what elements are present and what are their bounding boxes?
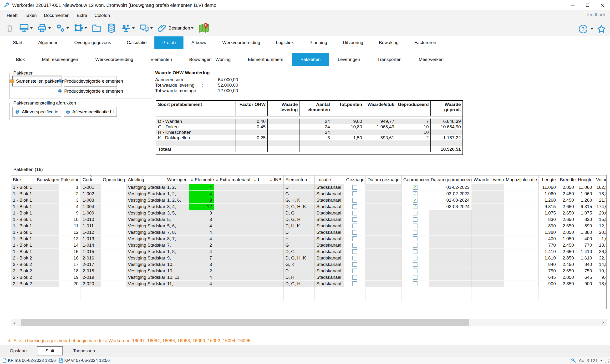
grid-col-header-waarde-levering[interactable]: Waarde levering bbox=[472, 175, 504, 184]
grid-col-header-elementen[interactable]: Elementen bbox=[283, 175, 314, 184]
cell-geproduceerd[interactable]: ✓ bbox=[401, 184, 429, 190]
geproduceerd-checkbox-checked[interactable]: ✓ bbox=[413, 198, 418, 203]
grid-row[interactable]: 1 - Blok 1131-013Vestiging Stadskanaal8,… bbox=[11, 235, 607, 242]
gezaagd-checkbox-unchecked[interactable] bbox=[352, 230, 357, 235]
cell-gezaagd[interactable] bbox=[344, 235, 366, 242]
geproduceerd-checkbox-unchecked[interactable] bbox=[413, 262, 418, 267]
cell-gezaagd[interactable] bbox=[344, 229, 366, 235]
gezaagd-checkbox-unchecked[interactable] bbox=[352, 198, 357, 203]
grid-col-header-volume[interactable]: Volume bbox=[594, 175, 607, 184]
geproduceerd-checkbox-checked[interactable]: ✓ bbox=[413, 204, 418, 209]
tab-start[interactable]: Start bbox=[5, 36, 30, 49]
cell-gezaagd[interactable] bbox=[344, 184, 366, 190]
grid-col-header-elementen[interactable]: # Elementen bbox=[189, 175, 214, 184]
tab-planning[interactable]: Planning bbox=[302, 36, 335, 49]
geproduceerd-checkbox-unchecked[interactable] bbox=[413, 236, 418, 241]
gezaagd-checkbox-unchecked[interactable] bbox=[352, 269, 357, 273]
grid-col-header-woningen[interactable]: Woningen bbox=[165, 175, 189, 184]
feedback-link[interactable]: feedback bbox=[587, 12, 606, 17]
cell-gezaagd[interactable] bbox=[344, 268, 366, 274]
grid-col-header-breedte[interactable]: Breedte bbox=[558, 175, 576, 184]
tab-mal-reserveringen[interactable]: Mal reserveringen bbox=[33, 53, 87, 66]
grid-row[interactable]: 2 - Blok 2172-017Vestiging Stadskanaal10… bbox=[11, 261, 607, 268]
menu-item-documenten[interactable]: Documenten bbox=[40, 13, 73, 18]
sluit-button[interactable]: Sluit bbox=[37, 346, 63, 355]
tab-calculatie[interactable]: Calculatie bbox=[119, 36, 154, 49]
cell-geproduceerd[interactable] bbox=[401, 248, 429, 255]
cell-geproduceerd[interactable] bbox=[401, 268, 429, 274]
grid-col-header-code[interactable]: Code^ bbox=[81, 175, 101, 184]
menu-item-extra[interactable]: Extra bbox=[73, 13, 91, 18]
grid-row[interactable]: 1 - Blok 1121-012Vestiging Stadskanaal7,… bbox=[11, 229, 607, 235]
bestanden-dropdown-caret[interactable] bbox=[191, 27, 193, 29]
grid-col-header-afdeling[interactable]: Afdeling bbox=[126, 175, 165, 184]
tab-elementnummers[interactable]: Elementnummers bbox=[239, 53, 292, 66]
tab-werkvoorbereiding[interactable]: Werkvoorbereiding bbox=[215, 36, 268, 49]
cell-gezaagd[interactable] bbox=[344, 280, 366, 287]
grid-col-header-locatie[interactable]: Locatie bbox=[314, 175, 344, 184]
gezaagd-checkbox-unchecked[interactable] bbox=[352, 185, 357, 190]
cell-geproduceerd[interactable] bbox=[401, 210, 429, 216]
cell-gezaagd[interactable] bbox=[344, 197, 366, 203]
cell-geproduceerd[interactable]: ✓ bbox=[401, 197, 429, 203]
grid-row[interactable]: 1 - Blok 1111-011Vestiging Stadskanaal5,… bbox=[11, 222, 607, 229]
scroll-left-arrow[interactable]: ‹ bbox=[11, 319, 18, 326]
productievolgorde-elementen-button-2[interactable]: Productievolgorde elementen bbox=[64, 86, 117, 96]
tab-bewaking[interactable]: Bewaking bbox=[371, 36, 406, 49]
menu-item-colofon[interactable]: Colofon bbox=[91, 13, 114, 18]
grid-row[interactable]: 2 - Blok 2162-016Vestiging Stadskanaal9,… bbox=[11, 255, 607, 261]
grid-row[interactable]: 1 - Blok 121-002Vestiging Stadskanaal1, … bbox=[11, 190, 607, 197]
print-button[interactable] bbox=[36, 22, 52, 34]
tab-algemeen[interactable]: Algemeen bbox=[30, 36, 67, 49]
scrollbar-track[interactable] bbox=[18, 319, 599, 326]
gezaagd-checkbox-unchecked[interactable] bbox=[352, 211, 357, 215]
horizontal-scrollbar[interactable]: ‹ › bbox=[11, 319, 607, 326]
delete-button[interactable] bbox=[4, 23, 16, 33]
tab-blok[interactable]: Blok bbox=[7, 53, 33, 66]
grid-row[interactable]: 1 - Blok 1141-014Vestiging Stadskanaal7,… bbox=[11, 242, 607, 248]
settings-dropdown-caret[interactable] bbox=[67, 27, 69, 29]
cell-gezaagd[interactable] bbox=[344, 242, 366, 248]
geproduceerd-checkbox-unchecked[interactable] bbox=[413, 230, 418, 235]
grid-col-header-magazijnlocatie[interactable]: Magazijnlocatie bbox=[504, 175, 538, 184]
cell-gezaagd[interactable] bbox=[344, 216, 366, 222]
grid-col-header-geproduceerd[interactable]: Geproduceerd bbox=[401, 175, 429, 184]
gezaagd-checkbox-unchecked[interactable] bbox=[352, 204, 357, 209]
geproduceerd-checkbox-unchecked[interactable] bbox=[413, 243, 418, 247]
cell-geproduceerd[interactable] bbox=[401, 274, 429, 280]
status-link-created[interactable]: KP ma 06-02-2023 13:56 bbox=[3, 358, 56, 363]
grid-col-header-lengte[interactable]: Lengte bbox=[538, 175, 558, 184]
tab-leveringen[interactable]: Leveringen bbox=[329, 53, 369, 66]
grid-col-header-extra-materiaal[interactable]: # Extra materiaal bbox=[214, 175, 252, 184]
geproduceerd-checkbox-unchecked[interactable] bbox=[413, 269, 418, 273]
folder-button[interactable] bbox=[90, 22, 103, 34]
tab-meerwerken[interactable]: Meerwerken bbox=[410, 53, 452, 66]
diagram-dropdown-caret[interactable] bbox=[85, 27, 87, 29]
cell-gezaagd[interactable] bbox=[344, 255, 366, 261]
gezaagd-checkbox-unchecked[interactable] bbox=[352, 223, 357, 228]
grid-col-header-inb[interactable]: # INB bbox=[268, 175, 283, 184]
cell-gezaagd[interactable] bbox=[344, 203, 366, 210]
settings-button[interactable] bbox=[54, 22, 70, 34]
tab-pakketten[interactable]: Pakketten bbox=[292, 53, 329, 66]
geproduceerd-checkbox-checked[interactable]: ✓ bbox=[413, 185, 418, 190]
tab-bouwlagen-woning[interactable]: Bouwlagen _Woning bbox=[181, 53, 239, 66]
cell-geproduceerd[interactable]: ✓ bbox=[401, 190, 429, 197]
grid-row[interactable]: 1 - Blok 1101-010Vestiging Stadskanaal5,… bbox=[11, 216, 607, 222]
menu-item-taken[interactable]: Taken bbox=[21, 13, 40, 18]
grid-col-header-pakketnr[interactable]: Pakketnr. bbox=[59, 175, 81, 184]
gezaagd-checkbox-unchecked[interactable] bbox=[352, 217, 357, 222]
minimize-button[interactable] bbox=[565, 0, 580, 10]
bestanden-button[interactable]: Bestanden bbox=[156, 23, 195, 33]
grid-row[interactable]: 2 - Blok 2192-019Vestiging Stadskanaal10… bbox=[11, 274, 607, 280]
afleverspecificatie-ll-button[interactable]: Afleverspecificatie LL bbox=[64, 107, 117, 117]
display-button[interactable] bbox=[17, 22, 34, 34]
gezaagd-checkbox-unchecked[interactable] bbox=[352, 249, 357, 254]
display-dropdown-caret[interactable] bbox=[30, 27, 33, 29]
tab-elementen[interactable]: Elementen bbox=[142, 53, 181, 66]
gezaagd-checkbox-unchecked[interactable] bbox=[352, 256, 357, 260]
cell-geproduceerd[interactable] bbox=[401, 235, 429, 242]
resize-grip[interactable] bbox=[606, 360, 609, 363]
scroll-right-arrow[interactable]: › bbox=[599, 319, 607, 326]
tab-transporten[interactable]: Transporten bbox=[369, 53, 410, 66]
